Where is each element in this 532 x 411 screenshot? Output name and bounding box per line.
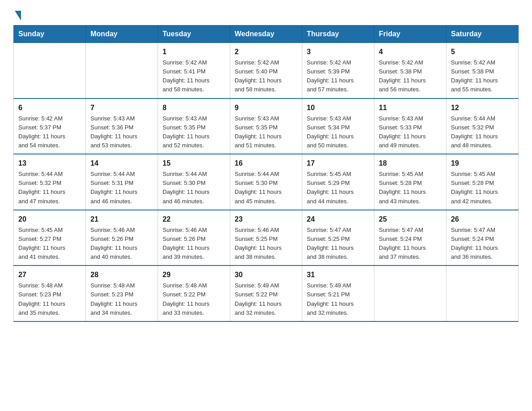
day-number: 6 bbox=[18, 103, 81, 113]
day-info: Sunrise: 5:47 AMSunset: 5:24 PMDaylight:… bbox=[379, 226, 442, 262]
week-row-3: 13Sunrise: 5:44 AMSunset: 5:32 PMDayligh… bbox=[14, 154, 519, 210]
day-number: 16 bbox=[235, 158, 297, 169]
day-number: 25 bbox=[379, 214, 442, 225]
table-row: 31Sunrise: 5:49 AMSunset: 5:21 PMDayligh… bbox=[302, 265, 374, 321]
day-info: Sunrise: 5:46 AMSunset: 5:25 PMDaylight:… bbox=[235, 226, 297, 262]
table-row: 8Sunrise: 5:43 AMSunset: 5:35 PMDaylight… bbox=[158, 98, 230, 154]
table-row: 9Sunrise: 5:43 AMSunset: 5:35 PMDaylight… bbox=[230, 98, 302, 154]
table-row: 11Sunrise: 5:43 AMSunset: 5:33 PMDayligh… bbox=[374, 98, 446, 154]
day-number: 31 bbox=[307, 270, 369, 280]
table-row: 22Sunrise: 5:46 AMSunset: 5:26 PMDayligh… bbox=[158, 210, 230, 266]
table-row: 1Sunrise: 5:42 AMSunset: 5:41 PMDaylight… bbox=[158, 43, 230, 98]
table-row: 4Sunrise: 5:42 AMSunset: 5:38 PMDaylight… bbox=[374, 43, 446, 98]
table-row: 17Sunrise: 5:45 AMSunset: 5:29 PMDayligh… bbox=[302, 154, 374, 210]
day-number: 17 bbox=[307, 158, 369, 169]
day-info: Sunrise: 5:45 AMSunset: 5:28 PMDaylight:… bbox=[451, 170, 514, 206]
table-row: 7Sunrise: 5:43 AMSunset: 5:36 PMDaylight… bbox=[86, 98, 158, 154]
table-row: 23Sunrise: 5:46 AMSunset: 5:25 PMDayligh… bbox=[230, 210, 302, 266]
weekday-header-sunday: Sunday bbox=[14, 26, 86, 43]
day-number: 26 bbox=[451, 214, 514, 225]
day-number: 11 bbox=[379, 103, 442, 113]
logo bbox=[13, 9, 21, 21]
day-info: Sunrise: 5:44 AMSunset: 5:32 PMDaylight:… bbox=[18, 170, 81, 206]
day-info: Sunrise: 5:46 AMSunset: 5:26 PMDaylight:… bbox=[163, 226, 225, 262]
day-number: 2 bbox=[235, 47, 297, 57]
day-number: 3 bbox=[307, 47, 369, 57]
day-number: 15 bbox=[163, 158, 225, 169]
table-row bbox=[446, 265, 519, 321]
table-row: 25Sunrise: 5:47 AMSunset: 5:24 PMDayligh… bbox=[374, 210, 446, 266]
table-row: 6Sunrise: 5:42 AMSunset: 5:37 PMDaylight… bbox=[14, 98, 86, 154]
day-number: 14 bbox=[90, 158, 153, 169]
day-info: Sunrise: 5:43 AMSunset: 5:35 PMDaylight:… bbox=[163, 114, 225, 150]
day-number: 21 bbox=[90, 214, 153, 225]
day-info: Sunrise: 5:48 AMSunset: 5:23 PMDaylight:… bbox=[18, 281, 81, 317]
weekday-header-thursday: Thursday bbox=[302, 26, 374, 43]
day-number: 22 bbox=[163, 214, 225, 225]
table-row: 29Sunrise: 5:48 AMSunset: 5:22 PMDayligh… bbox=[158, 265, 230, 321]
week-row-5: 27Sunrise: 5:48 AMSunset: 5:23 PMDayligh… bbox=[14, 265, 519, 321]
table-row: 18Sunrise: 5:45 AMSunset: 5:28 PMDayligh… bbox=[374, 154, 446, 210]
day-info: Sunrise: 5:49 AMSunset: 5:22 PMDaylight:… bbox=[235, 281, 297, 317]
logo-triangle-icon bbox=[15, 11, 21, 21]
day-number: 9 bbox=[235, 103, 297, 113]
day-info: Sunrise: 5:43 AMSunset: 5:34 PMDaylight:… bbox=[307, 114, 369, 150]
day-number: 27 bbox=[18, 270, 81, 280]
day-number: 13 bbox=[18, 158, 81, 169]
day-info: Sunrise: 5:48 AMSunset: 5:22 PMDaylight:… bbox=[163, 281, 225, 317]
day-number: 20 bbox=[18, 214, 81, 225]
weekday-header-monday: Monday bbox=[86, 26, 158, 43]
day-number: 8 bbox=[163, 103, 225, 113]
day-info: Sunrise: 5:42 AMSunset: 5:37 PMDaylight:… bbox=[18, 114, 81, 150]
weekday-header-row: SundayMondayTuesdayWednesdayThursdayFrid… bbox=[14, 26, 519, 43]
day-info: Sunrise: 5:45 AMSunset: 5:28 PMDaylight:… bbox=[379, 170, 442, 206]
day-info: Sunrise: 5:45 AMSunset: 5:29 PMDaylight:… bbox=[307, 170, 369, 206]
day-info: Sunrise: 5:43 AMSunset: 5:36 PMDaylight:… bbox=[90, 114, 153, 150]
weekday-header-tuesday: Tuesday bbox=[158, 26, 230, 43]
day-info: Sunrise: 5:42 AMSunset: 5:40 PMDaylight:… bbox=[235, 58, 297, 94]
table-row: 5Sunrise: 5:42 AMSunset: 5:38 PMDaylight… bbox=[446, 43, 519, 98]
week-row-1: 1Sunrise: 5:42 AMSunset: 5:41 PMDaylight… bbox=[14, 43, 519, 98]
day-number: 23 bbox=[235, 214, 297, 225]
day-info: Sunrise: 5:47 AMSunset: 5:25 PMDaylight:… bbox=[307, 226, 369, 262]
weekday-header-saturday: Saturday bbox=[446, 26, 519, 43]
table-row: 14Sunrise: 5:44 AMSunset: 5:31 PMDayligh… bbox=[86, 154, 158, 210]
day-info: Sunrise: 5:43 AMSunset: 5:35 PMDaylight:… bbox=[235, 114, 297, 150]
weekday-header-friday: Friday bbox=[374, 26, 446, 43]
calendar-table: SundayMondayTuesdayWednesdayThursdayFrid… bbox=[13, 25, 519, 322]
day-number: 29 bbox=[163, 270, 225, 280]
weekday-header-wednesday: Wednesday bbox=[230, 26, 302, 43]
day-info: Sunrise: 5:47 AMSunset: 5:24 PMDaylight:… bbox=[451, 226, 514, 262]
table-row: 10Sunrise: 5:43 AMSunset: 5:34 PMDayligh… bbox=[302, 98, 374, 154]
table-row: 20Sunrise: 5:45 AMSunset: 5:27 PMDayligh… bbox=[14, 210, 86, 266]
day-info: Sunrise: 5:44 AMSunset: 5:30 PMDaylight:… bbox=[163, 170, 225, 206]
page-header bbox=[13, 9, 519, 21]
day-info: Sunrise: 5:44 AMSunset: 5:31 PMDaylight:… bbox=[90, 170, 153, 206]
day-info: Sunrise: 5:46 AMSunset: 5:26 PMDaylight:… bbox=[90, 226, 153, 262]
table-row bbox=[14, 43, 86, 98]
day-number: 28 bbox=[90, 270, 153, 280]
table-row: 3Sunrise: 5:42 AMSunset: 5:39 PMDaylight… bbox=[302, 43, 374, 98]
day-info: Sunrise: 5:49 AMSunset: 5:21 PMDaylight:… bbox=[307, 281, 369, 317]
day-info: Sunrise: 5:44 AMSunset: 5:30 PMDaylight:… bbox=[235, 170, 297, 206]
week-row-4: 20Sunrise: 5:45 AMSunset: 5:27 PMDayligh… bbox=[14, 210, 519, 266]
table-row: 15Sunrise: 5:44 AMSunset: 5:30 PMDayligh… bbox=[158, 154, 230, 210]
table-row: 24Sunrise: 5:47 AMSunset: 5:25 PMDayligh… bbox=[302, 210, 374, 266]
day-number: 4 bbox=[379, 47, 442, 57]
table-row bbox=[86, 43, 158, 98]
day-number: 12 bbox=[451, 103, 514, 113]
table-row: 28Sunrise: 5:48 AMSunset: 5:23 PMDayligh… bbox=[86, 265, 158, 321]
day-number: 7 bbox=[90, 103, 153, 113]
week-row-2: 6Sunrise: 5:42 AMSunset: 5:37 PMDaylight… bbox=[14, 98, 519, 154]
day-info: Sunrise: 5:48 AMSunset: 5:23 PMDaylight:… bbox=[90, 281, 153, 317]
table-row: 2Sunrise: 5:42 AMSunset: 5:40 PMDaylight… bbox=[230, 43, 302, 98]
day-number: 24 bbox=[307, 214, 369, 225]
day-info: Sunrise: 5:44 AMSunset: 5:32 PMDaylight:… bbox=[451, 114, 514, 150]
table-row: 16Sunrise: 5:44 AMSunset: 5:30 PMDayligh… bbox=[230, 154, 302, 210]
day-number: 10 bbox=[307, 103, 369, 113]
day-info: Sunrise: 5:42 AMSunset: 5:38 PMDaylight:… bbox=[451, 58, 514, 94]
table-row: 27Sunrise: 5:48 AMSunset: 5:23 PMDayligh… bbox=[14, 265, 86, 321]
table-row: 13Sunrise: 5:44 AMSunset: 5:32 PMDayligh… bbox=[14, 154, 86, 210]
table-row bbox=[374, 265, 446, 321]
day-number: 18 bbox=[379, 158, 442, 169]
